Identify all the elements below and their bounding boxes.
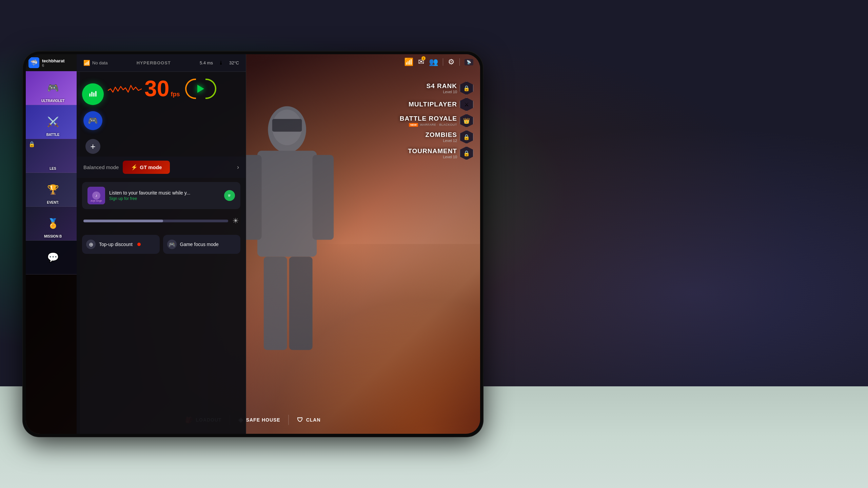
fps-wave-graph bbox=[108, 80, 142, 97]
sidebar-item-battle[interactable]: ⚔️ BATTLE bbox=[26, 105, 80, 139]
wifi-status: 📶 No data bbox=[83, 60, 108, 66]
battle-royale-sub: NEW WARFARE · BLACKOUT bbox=[400, 123, 457, 127]
shark-icon: 🦈 bbox=[28, 57, 39, 68]
phone-screen: 📶 ✉ 1 👥 ⚙ 📡 S4 RANK Level 10 🔒 bbox=[26, 54, 480, 434]
clan-label: CLAN bbox=[306, 417, 321, 423]
svg-rect-8 bbox=[90, 94, 91, 97]
brightness-slider[interactable] bbox=[83, 220, 228, 222]
sidebar-item-les-label: LES bbox=[26, 167, 80, 170]
panel-top-section: 🎮 + bbox=[77, 72, 246, 157]
zombies-icon: 🔒 bbox=[460, 130, 473, 144]
panel-stats: 5.4 ms 🌡 32°C bbox=[200, 60, 239, 66]
spotify-thumbnail: ♪ Arijit Singh bbox=[87, 187, 105, 204]
mail-badge: 1 bbox=[421, 56, 426, 60]
left-sidebar: 🦈 techbharat 6 🎮 ULTRAVIOLET ⚔️ BATTLE bbox=[26, 54, 80, 434]
zombies-sublabel: Level 12 bbox=[425, 139, 457, 143]
safehouse-label: SAFE HOUSE bbox=[246, 417, 280, 423]
sidebar-item-les[interactable]: 🔒 LES bbox=[26, 139, 80, 173]
add-button[interactable]: + bbox=[85, 139, 100, 154]
svg-rect-11 bbox=[95, 91, 97, 97]
sidebar-items-list: 🎮 ULTRAVIOLET ⚔️ BATTLE 🔒 LES 🏆 EVENT: bbox=[26, 71, 80, 274]
game-right-menu: S4 RANK Level 10 🔒 MULTIPLAYER ⚔ BATTLE … bbox=[400, 81, 473, 160]
gauge-right-arc bbox=[205, 79, 216, 99]
svg-rect-3 bbox=[313, 155, 334, 240]
sidebar-item-mission[interactable]: 🏅 Mission B bbox=[26, 207, 80, 241]
fps-gauge bbox=[185, 79, 216, 99]
mode-arrow-icon: › bbox=[237, 164, 239, 171]
tournament-item[interactable]: TOURNAMENT Level 10 🔒 bbox=[400, 146, 473, 160]
sidebar-item-ultraviolet-label: ULTRAVIOLET bbox=[26, 99, 80, 103]
svg-text:Arijit Singh: Arijit Singh bbox=[91, 200, 102, 202]
gamefocus-button[interactable]: 🎮 Game focus mode bbox=[163, 235, 241, 254]
panel-left-controls: 🎮 + bbox=[82, 77, 104, 157]
clan-icon: 🛡 bbox=[297, 416, 303, 424]
gauge-left-arc bbox=[185, 79, 196, 99]
gt-mode-label: GT mode bbox=[140, 164, 162, 170]
tournament-sublabel: Level 10 bbox=[408, 155, 457, 159]
controller-button[interactable]: 🎮 bbox=[83, 111, 102, 130]
overlay-panel: 📶 No data HYPERBOOST 5.4 ms 🌡 32°C bbox=[77, 54, 246, 434]
brightness-fill bbox=[83, 220, 163, 222]
wifi-hud-icon: 📡 bbox=[465, 59, 473, 65]
svg-rect-10 bbox=[93, 93, 95, 97]
sidebar-item-chat[interactable]: 💬 bbox=[26, 241, 80, 274]
warfare-label: WARFARE · BLACKOUT bbox=[420, 123, 457, 126]
sidebar-item-event-label: EVENT: bbox=[26, 201, 80, 204]
sidebar-user-info: techbharat 6 bbox=[42, 58, 64, 67]
hyperboost-label: HYPERBOOST bbox=[137, 60, 171, 65]
mode-row: Balanced mode ⚡ GT mode › bbox=[77, 157, 246, 178]
sidebar-username: techbharat bbox=[42, 58, 64, 63]
spotify-card[interactable]: ♪ Arijit Singh Listen to your favourite … bbox=[82, 182, 240, 209]
green-music-button[interactable] bbox=[82, 83, 104, 105]
thermometer-icon: 🌡 bbox=[218, 60, 224, 66]
spotify-text-area: Listen to your favourite music while y..… bbox=[109, 190, 220, 201]
settings-icon[interactable]: ⚙ bbox=[448, 58, 455, 66]
svg-rect-7 bbox=[272, 119, 302, 132]
tournament-label: TOURNAMENT bbox=[408, 147, 457, 155]
fps-unit: fps bbox=[171, 91, 180, 98]
topup-button[interactable]: ⊕ Top-up discount bbox=[82, 235, 160, 254]
zombies-label: ZOMBIES bbox=[425, 131, 457, 139]
multiplayer-label: MULTIPLAYER bbox=[409, 101, 457, 108]
s4-rank-icon: 🔒 bbox=[460, 81, 473, 95]
people-icon[interactable]: 👥 bbox=[429, 58, 438, 66]
s4-rank-label: S4 RANK bbox=[427, 82, 457, 90]
mail-hud-item[interactable]: ✉ 1 bbox=[418, 58, 424, 66]
fps-row: 30 fps bbox=[108, 77, 240, 100]
battle-royale-item[interactable]: BATTLE ROYALE NEW WARFARE · BLACKOUT 👑 bbox=[400, 114, 473, 127]
fps-number: 30 bbox=[144, 77, 169, 100]
fps-wave-svg bbox=[108, 80, 142, 97]
svg-text:♪: ♪ bbox=[95, 193, 97, 198]
balanced-mode-button[interactable]: Balanced mode bbox=[83, 164, 119, 170]
hud-separator bbox=[443, 58, 443, 66]
sidebar-item-battle-label: BATTLE bbox=[26, 133, 80, 137]
fps-display: 30 fps bbox=[108, 77, 240, 100]
topup-red-dot bbox=[137, 243, 141, 246]
multiplayer-item[interactable]: MULTIPLAYER ⚔ bbox=[400, 98, 473, 111]
temp-stat: 32°C bbox=[229, 60, 239, 65]
spotify-subtitle: Sign up for free bbox=[109, 196, 220, 201]
multiplayer-icon: ⚔ bbox=[460, 98, 473, 111]
gamefocus-icon: 🎮 bbox=[167, 240, 177, 249]
battle-royale-icon: 👑 bbox=[460, 114, 473, 127]
gt-mode-button[interactable]: ⚡ GT mode bbox=[123, 161, 170, 174]
topup-label: Top-up discount bbox=[99, 242, 133, 247]
sidebar-item-ultraviolet[interactable]: 🎮 ULTRAVIOLET bbox=[26, 71, 80, 105]
wifi-label: No data bbox=[92, 60, 108, 65]
controller-icon: 🎮 bbox=[88, 116, 98, 125]
spotify-thumb-svg: ♪ Arijit Singh bbox=[87, 187, 105, 204]
phone-body: 📶 ✉ 1 👥 ⚙ 📡 S4 RANK Level 10 🔒 bbox=[23, 52, 483, 436]
bottom-buttons-row: ⊕ Top-up discount 🎮 Game focus mode bbox=[77, 231, 246, 257]
svg-rect-4 bbox=[264, 257, 287, 350]
sidebar-item-event[interactable]: 🏆 EVENT: bbox=[26, 173, 80, 207]
clan-button[interactable]: 🛡 CLAN bbox=[289, 413, 329, 427]
new-badge: NEW bbox=[409, 123, 418, 127]
fps-value-group: 30 fps bbox=[144, 77, 180, 100]
plus-icon: + bbox=[90, 142, 95, 151]
svg-rect-9 bbox=[91, 92, 93, 97]
zombies-item[interactable]: ZOMBIES Level 12 🔒 bbox=[400, 130, 473, 144]
sidebar-header: 🦈 techbharat 6 bbox=[26, 54, 80, 71]
lightning-icon: ⚡ bbox=[131, 164, 138, 170]
sidebar-level: 6 bbox=[42, 63, 64, 67]
s4-rank-item[interactable]: S4 RANK Level 10 🔒 bbox=[400, 81, 473, 95]
